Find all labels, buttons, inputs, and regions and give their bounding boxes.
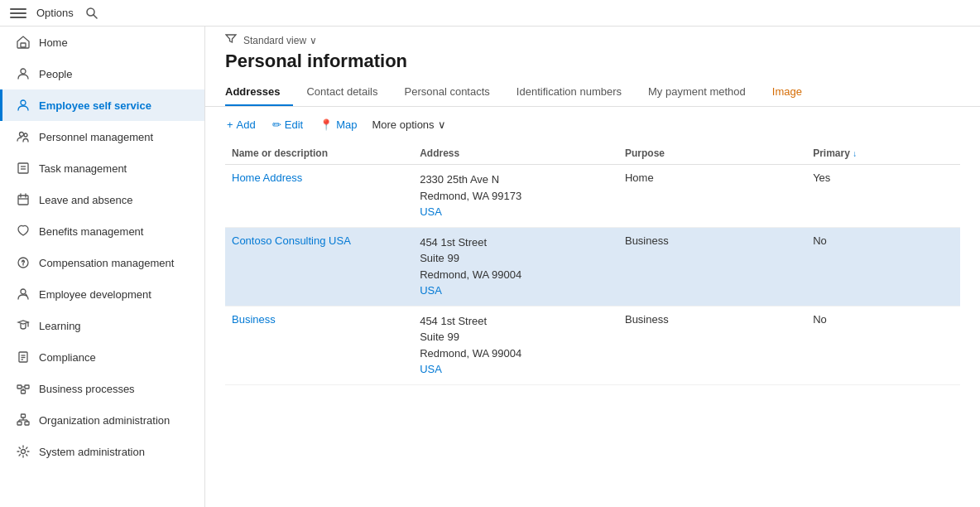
employee-development-icon xyxy=(16,287,31,302)
country-link[interactable]: USA xyxy=(420,282,612,299)
sidebar-item-home-label: Home xyxy=(39,36,68,49)
compensation-management-icon xyxy=(16,255,31,270)
primary-label: Primary xyxy=(813,147,850,159)
row-name-link[interactable]: Business xyxy=(232,313,276,326)
top-bar-search-icon[interactable] xyxy=(84,5,100,22)
svg-point-4 xyxy=(21,100,26,105)
col-header-name: Name or description xyxy=(225,142,413,165)
row-primary: Yes xyxy=(806,165,960,228)
data-table: Name or description Address Purpose Prim… xyxy=(205,142,980,507)
sidebar-item-employee-self-service[interactable]: Employee self service xyxy=(0,89,204,121)
table-row[interactable]: Contoso Consulting USA454 1st StreetSuit… xyxy=(225,227,960,306)
content-area: Standard view ∨ Personal information Add… xyxy=(205,27,980,507)
compliance-icon xyxy=(16,350,31,365)
hamburger-menu[interactable] xyxy=(10,5,26,22)
more-options-button[interactable]: More options ∨ xyxy=(372,118,445,131)
map-icon: 📍 xyxy=(319,118,333,131)
address-line: 454 1st Street xyxy=(420,313,612,330)
address-line: Redmond, WA 99004 xyxy=(420,267,612,283)
organization-administration-icon xyxy=(16,413,31,427)
sidebar-item-leave-and-absence[interactable]: Leave and absence xyxy=(0,184,204,215)
sort-icon[interactable]: ↓ xyxy=(853,149,857,158)
tab-addresses[interactable]: Addresses xyxy=(225,79,293,106)
row-purpose: Business xyxy=(618,306,806,384)
svg-point-3 xyxy=(21,69,26,74)
add-button[interactable]: + Add xyxy=(225,115,257,134)
sidebar-item-system-administration-label: System administration xyxy=(39,446,145,458)
svg-line-1 xyxy=(93,14,97,18)
sidebar-item-learning[interactable]: Learning xyxy=(0,310,204,341)
home-icon xyxy=(16,35,31,50)
sidebar-item-leave-and-absence-label: Leave and absence xyxy=(39,194,132,206)
address-line: Suite 99 xyxy=(420,329,612,345)
filter-icon[interactable] xyxy=(225,33,237,47)
sidebar-item-home[interactable]: Home xyxy=(0,27,204,58)
address-line: 2330 25th Ave N xyxy=(420,171,612,188)
standard-view-label: Standard view xyxy=(243,35,306,46)
address-line: 454 1st Street xyxy=(420,234,612,251)
svg-rect-10 xyxy=(18,196,28,205)
country-link[interactable]: USA xyxy=(420,361,612,378)
edit-button[interactable]: ✏ Edit xyxy=(271,115,305,134)
svg-point-5 xyxy=(20,133,24,137)
sidebar-item-benefits-management-label: Benefits management xyxy=(39,225,143,238)
chevron-down-icon: ∨ xyxy=(310,35,317,46)
people-icon xyxy=(16,66,31,81)
map-button[interactable]: 📍 Map xyxy=(318,115,358,134)
sidebar-item-organization-administration[interactable]: Organization administration xyxy=(0,404,204,436)
country-link[interactable]: USA xyxy=(420,204,612,220)
plus-icon: + xyxy=(227,118,233,131)
toolbar: + Add ✏ Edit 📍 Map More options ∨ xyxy=(205,107,980,142)
top-bar-title: Options xyxy=(36,7,74,19)
sidebar-item-personnel-management-label: Personnel management xyxy=(39,131,153,143)
sidebar-item-benefits-management[interactable]: Benefits management xyxy=(0,215,204,247)
svg-rect-2 xyxy=(21,43,26,47)
edit-icon: ✏ xyxy=(272,118,281,131)
svg-rect-24 xyxy=(22,390,26,394)
employee-self-service-icon xyxy=(16,98,31,113)
sidebar-item-compliance-label: Compliance xyxy=(39,351,96,364)
learning-icon xyxy=(16,318,31,333)
tab-personal-contacts[interactable]: Personal contacts xyxy=(391,79,502,106)
svg-point-33 xyxy=(22,450,26,454)
sidebar-item-task-management-label: Task management xyxy=(39,162,127,175)
svg-rect-26 xyxy=(22,414,26,418)
sidebar-item-business-processes[interactable]: Business processes xyxy=(0,373,204,404)
benefits-management-icon xyxy=(16,224,31,239)
view-bar: Standard view ∨ xyxy=(205,27,980,47)
sidebar-item-system-administration[interactable]: System administration xyxy=(0,436,204,467)
sidebar-item-compliance[interactable]: Compliance xyxy=(0,341,204,373)
row-primary: No xyxy=(806,306,960,384)
sidebar-item-business-processes-label: Business processes xyxy=(39,383,135,395)
row-name-link[interactable]: Contoso Consulting USA xyxy=(232,234,351,247)
sidebar-item-compensation-management[interactable]: Compensation management xyxy=(0,247,204,278)
standard-view-button[interactable]: Standard view ∨ xyxy=(243,35,317,46)
sidebar-item-employee-development[interactable]: Employee development xyxy=(0,278,204,310)
svg-rect-7 xyxy=(18,163,28,173)
leave-absence-icon xyxy=(16,192,31,207)
tab-contact-details[interactable]: Contact details xyxy=(293,79,391,106)
business-processes-icon xyxy=(16,381,31,396)
svg-rect-28 xyxy=(25,422,29,425)
table-row[interactable]: Home Address2330 25th Ave NRedmond, WA 9… xyxy=(225,165,960,228)
sidebar-item-task-management[interactable]: Task management xyxy=(0,152,204,184)
tab-identification-numbers[interactable]: Identification numbers xyxy=(503,79,635,106)
edit-label: Edit xyxy=(285,118,303,131)
sidebar: Home People Employee self service Person… xyxy=(0,27,205,507)
svg-rect-27 xyxy=(17,422,22,425)
row-name-link[interactable]: Home Address xyxy=(232,171,302,184)
add-label: Add xyxy=(237,118,256,131)
sidebar-item-people-label: People xyxy=(39,68,72,80)
sidebar-item-employee-self-service-label: Employee self service xyxy=(39,99,151,112)
sidebar-item-people[interactable]: People xyxy=(0,58,204,89)
main-layout: Home People Employee self service Person… xyxy=(0,27,980,507)
task-management-icon xyxy=(16,161,31,176)
tab-image[interactable]: Image xyxy=(759,79,815,106)
col-header-primary: Primary ↓ xyxy=(806,142,960,165)
more-options-label: More options xyxy=(372,118,434,131)
table-row[interactable]: Business454 1st StreetSuite 99Redmond, W… xyxy=(225,306,960,384)
sidebar-item-organization-administration-label: Organization administration xyxy=(39,414,170,427)
sidebar-item-personnel-management[interactable]: Personnel management xyxy=(0,121,204,152)
map-label: Map xyxy=(336,118,357,131)
tab-my-payment-method[interactable]: My payment method xyxy=(635,79,759,106)
